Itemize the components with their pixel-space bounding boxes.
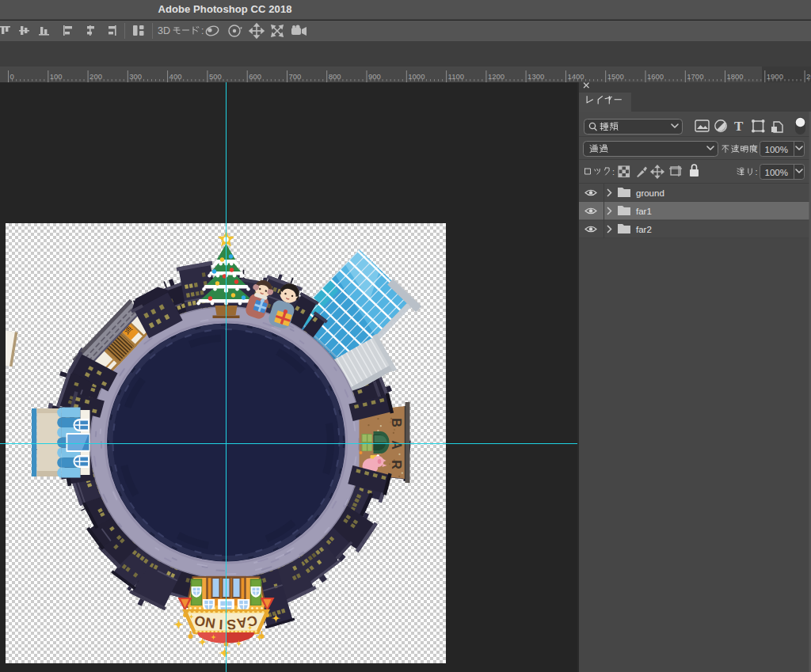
svg-text:1600: 1600 — [647, 72, 664, 81]
svg-text:0: 0 — [10, 72, 14, 81]
svg-text:I: I — [219, 617, 223, 632]
svg-text:100%: 100% — [765, 145, 788, 154]
svg-text:R: R — [390, 460, 403, 469]
svg-text:1200: 1200 — [488, 72, 504, 81]
svg-text:B: B — [390, 418, 403, 427]
svg-text::: : — [756, 167, 758, 177]
svg-text:700: 700 — [289, 72, 302, 81]
svg-text:100: 100 — [50, 72, 63, 81]
svg-text:far2: far2 — [636, 225, 652, 234]
svg-text:500: 500 — [209, 72, 222, 81]
svg-text:100%: 100% — [765, 168, 788, 177]
svg-text:800: 800 — [329, 72, 341, 81]
svg-text:600: 600 — [249, 72, 261, 81]
svg-text:900: 900 — [368, 72, 381, 81]
svg-text:300: 300 — [129, 72, 142, 81]
svg-text:1000: 1000 — [408, 72, 425, 81]
svg-text:1300: 1300 — [527, 72, 544, 81]
svg-text:2000: 2000 — [806, 72, 811, 81]
svg-text:1100: 1100 — [448, 72, 464, 81]
svg-text:3D: 3D — [158, 25, 170, 36]
svg-text::: : — [201, 25, 204, 36]
svg-text:A: A — [390, 440, 403, 450]
svg-text:T: T — [734, 119, 744, 134]
svg-text:1500: 1500 — [607, 72, 624, 81]
svg-text:far1: far1 — [636, 207, 652, 216]
svg-text::: : — [612, 167, 615, 177]
svg-text:200: 200 — [89, 72, 102, 81]
svg-text:400: 400 — [169, 72, 182, 81]
svg-text:1800: 1800 — [727, 72, 744, 81]
svg-text::: : — [756, 144, 758, 154]
svg-text:1400: 1400 — [567, 72, 584, 81]
svg-text:1900: 1900 — [767, 72, 783, 81]
svg-text:1700: 1700 — [687, 72, 703, 81]
svg-text:ground: ground — [636, 188, 664, 198]
svg-text:S: S — [227, 617, 237, 633]
